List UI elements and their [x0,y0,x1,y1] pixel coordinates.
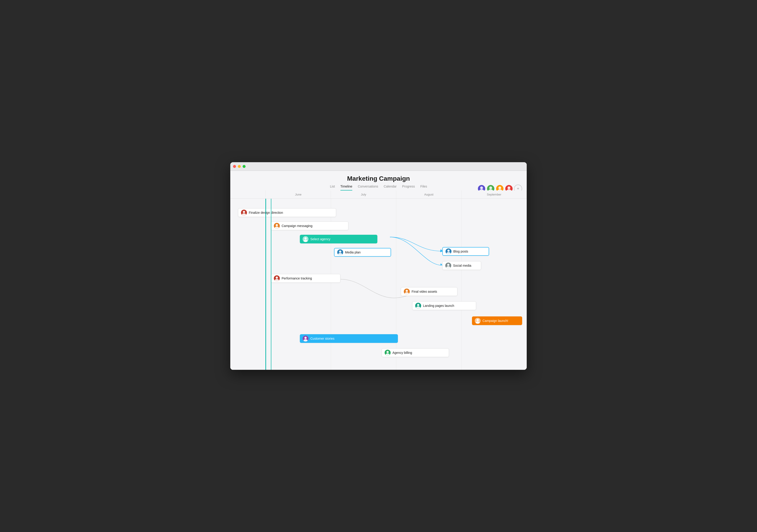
avatar-video [404,289,410,295]
svg-point-7 [499,186,501,189]
page-title: Marketing Campaign [235,175,522,182]
task-agency-billing[interactable]: Agency billing [382,348,449,357]
avatar-select-agency [303,236,309,242]
task-label: Campaign messaging [282,224,312,228]
avatar-blog [445,248,451,254]
svg-point-28 [276,276,278,279]
avatar-billing [385,350,391,356]
avatar-social [445,263,451,268]
avatar-media-plan [337,249,343,255]
maximize-button[interactable] [243,165,246,168]
task-label: Customer stories [310,337,335,340]
svg-point-31 [447,250,450,252]
task-final-video[interactable]: Final video assets [401,287,457,296]
task-label: Campaign launch! [482,319,508,323]
grid-september [461,199,462,370]
task-label: Blog posts [453,250,468,253]
svg-point-40 [417,304,419,306]
svg-marker-12 [440,249,442,251]
svg-point-49 [386,351,389,353]
month-september: September [462,191,527,199]
task-finalize-design[interactable]: Finalize design direction [238,208,336,217]
app-header: Marketing Campaign + List Timeline Conve… [230,171,527,191]
svg-point-37 [406,290,408,292]
task-label: Media plan [345,250,361,254]
svg-point-46 [304,337,307,339]
traffic-lights [233,165,246,168]
task-customer-stories[interactable]: Customer stories [300,334,398,343]
month-july: July [331,191,396,199]
task-label: Agency billing [392,351,412,355]
tab-timeline[interactable]: Timeline [341,185,352,191]
month-june: June [266,191,331,199]
tab-files[interactable]: Files [420,185,427,191]
timeline-axis [265,199,266,370]
task-social-media[interactable]: Social media [442,261,481,270]
month-august: August [396,191,462,199]
avatar-stories [303,335,309,341]
svg-point-25 [339,250,341,253]
svg-point-10 [507,186,510,189]
tab-conversations[interactable]: Conversations [358,185,378,191]
task-label: Performance tracking [282,276,312,280]
svg-point-34 [447,264,449,266]
task-blog-posts[interactable]: Blog posts [442,247,489,256]
svg-point-4 [489,186,492,189]
svg-point-1 [480,186,483,189]
svg-point-22 [304,237,307,239]
titlebar [230,162,527,171]
tab-calendar[interactable]: Calendar [384,185,397,191]
tab-list[interactable]: List [330,185,335,191]
task-media-plan[interactable]: Media plan [334,248,391,257]
task-select-agency[interactable]: Select agency [300,235,378,243]
task-landing-pages[interactable]: Landing pages launch [412,301,476,310]
timeline-container: June July August September [230,191,527,370]
avatar-landing [415,303,421,309]
close-button[interactable] [233,165,236,168]
avatar-finalize [241,210,247,216]
avatar-launch [475,318,481,324]
svg-marker-13 [440,264,442,265]
svg-point-16 [243,211,245,213]
minimize-button[interactable] [238,165,241,168]
avatar-perf [274,275,280,281]
task-label: Select agency [310,237,330,241]
task-performance-tracking[interactable]: Performance tracking [271,274,341,283]
app-window: Marketing Campaign + List Timeline Conve… [230,162,527,370]
task-label: Final video assets [411,290,437,294]
avatar-messaging [274,223,280,229]
task-campaign-launch[interactable]: Campaign launch! [472,316,522,325]
svg-point-19 [276,224,278,226]
task-campaign-messaging[interactable]: Campaign messaging [271,222,348,230]
task-label: Social media [453,264,471,267]
timeline-body: Finalize design direction Campaign messa… [230,199,527,370]
tab-progress[interactable]: Progress [402,185,415,191]
gantt-area: Finalize design direction Campaign messa… [230,199,527,370]
grid-august [396,199,396,370]
task-label: Landing pages launch [423,304,454,307]
svg-point-43 [476,319,479,321]
